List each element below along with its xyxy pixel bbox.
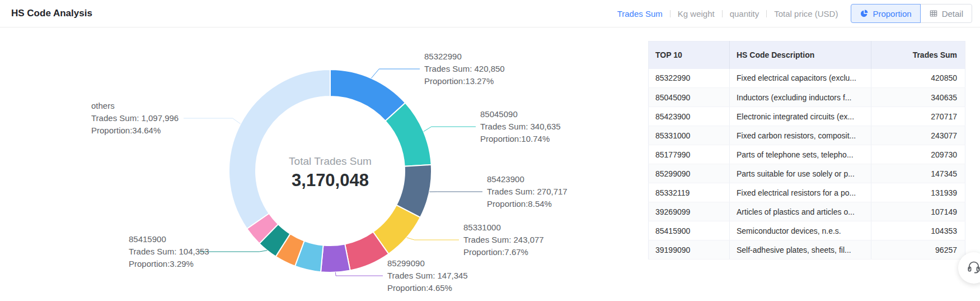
top10-table: TOP 10 HS Code Description Trades Sum 85…	[648, 41, 965, 260]
cell-description: Inductors (excluding inductors f...	[730, 88, 871, 107]
cell-trades-sum: 270717	[871, 107, 965, 126]
pie-label-others-line1: others	[91, 101, 115, 110]
pie-label-85423900-line1: 85423900	[487, 174, 524, 184]
pie-label-others-line3: Proportion:34.64%	[91, 126, 161, 135]
table-row[interactable]: 85332119Fixed electrical resistors for a…	[649, 183, 965, 202]
metric-separator	[670, 10, 670, 17]
col-header-trades-sum: Trades Sum	[871, 41, 965, 69]
pie-label-85322990-line2: Trades Sum: 420,850	[424, 64, 505, 73]
table-header-row: TOP 10 HS Code Description Trades Sum	[649, 41, 965, 69]
cell-code: 39199090	[649, 240, 730, 260]
pie-label-85331000-line2: Trades Sum: 243,077	[463, 235, 544, 244]
label-line-85322990	[371, 69, 420, 78]
cell-description: Electronic integrated circuits (ex...	[730, 107, 871, 126]
pie-label-85423900-line3: Proportion:8.54%	[487, 199, 552, 209]
cell-description: Fixed electrical resistors for a po...	[730, 183, 871, 202]
cell-code: 85045090	[649, 88, 730, 107]
cell-trades-sum: 104353	[871, 221, 965, 240]
cell-description: Semiconductor devices, n.e.s.	[730, 221, 871, 240]
pie-center-value: 3,170,048	[292, 170, 369, 190]
pie-label-85322990-line3: Proportion:13.27%	[424, 76, 494, 86]
cell-trades-sum: 209730	[871, 145, 965, 164]
pie-icon	[860, 9, 869, 18]
metric-kg-weight[interactable]: Kg weight	[678, 9, 715, 18]
cell-code: 85331000	[649, 126, 730, 145]
cell-trades-sum: 147345	[871, 164, 965, 183]
cell-description: Parts suitable for use solely or p...	[730, 164, 871, 183]
cell-code: 85299090	[649, 164, 730, 183]
hs-code-pie-chart: 85322990Trades Sum: 420,850Proportion:13…	[0, 0, 582, 301]
metric-trades-sum[interactable]: Trades Sum	[617, 9, 663, 18]
label-line-85415900	[199, 251, 267, 252]
cell-description: Self-adhesive plates, sheets, fil...	[730, 240, 871, 260]
pie-label-others-line2: Trades Sum: 1,097,996	[91, 113, 179, 123]
table-row[interactable]: 85322990Fixed electrical capacitors (exc…	[649, 69, 965, 88]
view-button-proportion[interactable]: Proportion	[851, 4, 920, 23]
label-line-others	[184, 118, 241, 124]
pie-label-85331000-line3: Proportion:7.67%	[463, 247, 528, 257]
cell-code: 85332119	[649, 183, 730, 202]
label-line-85299090	[335, 272, 383, 276]
table-icon	[929, 9, 938, 18]
metric-quantity[interactable]: quantity	[730, 9, 759, 18]
view-switcher: ProportionDetail	[851, 4, 972, 23]
cell-trades-sum: 340635	[871, 88, 965, 107]
metric-separator	[722, 10, 723, 17]
pie-label-85299090-line3: Proportion:4.65%	[387, 283, 452, 293]
cell-code: 85177990	[649, 145, 730, 164]
pie-slice-85299090[interactable]	[321, 244, 350, 272]
table-row[interactable]: 85177990Parts of telephone sets, telepho…	[649, 145, 965, 164]
cell-trades-sum: 96257	[871, 240, 965, 260]
metric-switcher: Trades SumKg weightquantityTotal price (…	[617, 9, 838, 18]
view-button-detail[interactable]: Detail	[920, 4, 972, 23]
headset-icon	[967, 260, 980, 276]
col-header-description: HS Code Description	[730, 41, 871, 69]
cell-trades-sum: 420850	[871, 69, 965, 88]
cell-trades-sum: 107149	[871, 202, 965, 221]
table-row[interactable]: 39199090Self-adhesive plates, sheets, fi…	[649, 240, 965, 260]
header-nav: Trades SumKg weightquantityTotal price (…	[617, 0, 972, 27]
cell-trades-sum: 131939	[871, 183, 965, 202]
pie-center-label: Total Trades Sum	[289, 155, 372, 167]
cell-code: 85423900	[649, 107, 730, 126]
view-button-label: Proportion	[873, 9, 911, 18]
cell-description: Fixed carbon resistors, composit...	[730, 126, 871, 145]
table-row[interactable]: 85415900Semiconductor devices, n.e.s.104…	[649, 221, 965, 240]
pie-label-85415900-line2: Trades Sum: 104,353	[129, 247, 209, 256]
table-row[interactable]: 85299090Parts suitable for use solely or…	[649, 164, 965, 183]
view-button-label: Detail	[942, 9, 963, 18]
label-line-85331000	[407, 238, 459, 240]
pie-label-85045090-line2: Trades Sum: 340,635	[480, 122, 561, 131]
cell-description: Parts of telephone sets, telepho...	[730, 145, 871, 164]
cell-description: Fixed electrical capacitors (exclu...	[730, 69, 871, 88]
cell-code: 39269099	[649, 202, 730, 221]
pie-label-85045090-line3: Proportion:10.74%	[480, 134, 550, 143]
pie-label-85331000-line1: 85331000	[463, 223, 501, 232]
metric-separator	[766, 10, 767, 17]
label-line-85045090	[424, 127, 476, 132]
cell-code: 85415900	[649, 221, 730, 240]
table-row[interactable]: 85423900Electronic integrated circuits (…	[649, 107, 965, 126]
metric-total-price-usd[interactable]: Total price (USD)	[774, 9, 838, 18]
pie-label-85423900-line2: Trades Sum: 270,717	[487, 187, 568, 196]
pie-label-85415900-line3: Proportion:3.29%	[129, 259, 194, 268]
table-row[interactable]: 39269099Articles of plastics and article…	[649, 202, 965, 221]
cell-description: Articles of plastics and articles o...	[730, 202, 871, 221]
cell-code: 85322990	[649, 69, 730, 88]
cell-trades-sum: 243077	[871, 126, 965, 145]
pie-label-85299090-line1: 85299090	[387, 258, 425, 268]
col-header-top10: TOP 10	[649, 41, 730, 69]
table-row[interactable]: 85045090Inductors (excluding inductors f…	[649, 88, 965, 107]
pie-label-85322990-line1: 85322990	[424, 52, 462, 61]
pie-label-85415900-line1: 85415900	[129, 234, 166, 244]
pie-label-85045090-line1: 85045090	[480, 109, 518, 119]
pie-slice-others[interactable]	[229, 70, 330, 229]
pie-label-85299090-line2: Trades Sum: 147,345	[387, 271, 468, 280]
table-row[interactable]: 85331000Fixed carbon resistors, composit…	[649, 126, 965, 145]
